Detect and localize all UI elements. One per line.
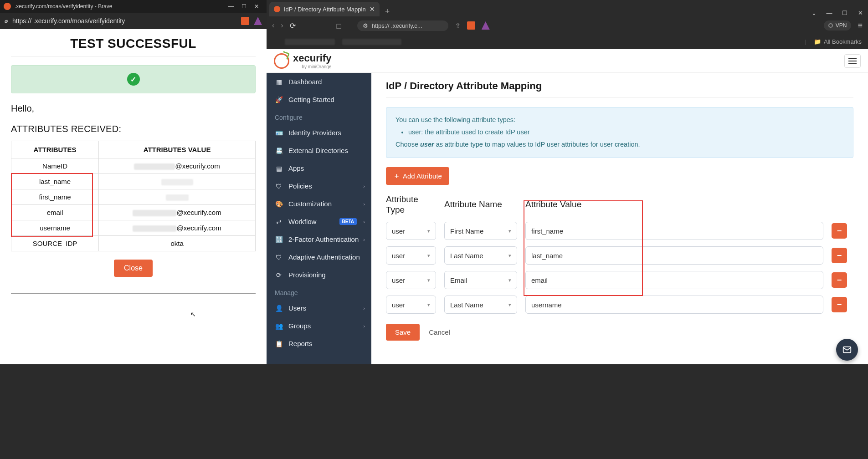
attr-name: NameID xyxy=(11,158,99,174)
chevron-down-icon: ▾ xyxy=(508,228,511,234)
attr-type-select[interactable]: user▾ xyxy=(386,246,436,265)
vpn-button[interactable]: VPN xyxy=(824,20,852,31)
minimize-button[interactable]: — xyxy=(822,10,837,16)
checkmark-icon: ✓ xyxy=(127,73,140,86)
attr-name-select[interactable]: Email▾ xyxy=(444,271,517,289)
extension-icon[interactable] xyxy=(482,21,490,30)
sidebar-item-policies[interactable]: 🛡Policies› xyxy=(267,177,371,195)
sidebar-item-workflow[interactable]: ⇄WorkflowBETA› xyxy=(267,213,371,230)
bookmarks-bar: | 📁All Bookmarks xyxy=(267,35,868,49)
right-toolbar: ‹ › ⟳ ◻ ⚙ https:// .xecurify.c... ⇪ VPN … xyxy=(267,16,868,35)
attr-name: SOURCE_IDP xyxy=(11,236,99,251)
attribute-grid: Attribute Type Attribute Name Attribute … xyxy=(386,194,853,314)
maximize-button[interactable]: ☐ xyxy=(237,3,250,10)
attr-value xyxy=(99,174,256,189)
tab-title: IdP / Directory Attribute Mappin xyxy=(284,6,366,13)
workflow-icon: ⇄ xyxy=(275,218,283,225)
site-identity-icon[interactable]: ⌀ xyxy=(5,18,8,24)
attr-type-select[interactable]: user▾ xyxy=(386,271,436,289)
close-button[interactable]: Close xyxy=(114,260,153,277)
table-row: last_name xyxy=(11,174,256,189)
attr-value-input[interactable] xyxy=(525,222,823,240)
brave-shield-icon[interactable] xyxy=(467,21,475,30)
forward-button[interactable]: › xyxy=(281,21,283,30)
remove-row-button[interactable]: − xyxy=(832,248,847,263)
bookmark-icon[interactable]: ◻ xyxy=(336,21,342,30)
left-address-bar: ⌀ https:// .xecurify.com/moas/verifyiden… xyxy=(0,13,267,29)
directory-icon: 📇 xyxy=(275,147,283,154)
menu-button[interactable]: ≡ xyxy=(858,21,863,31)
cancel-button[interactable]: Cancel xyxy=(429,328,450,336)
extension-icon[interactable] xyxy=(254,17,262,25)
table-row: username @xecurify.com xyxy=(11,220,256,236)
all-bookmarks-button[interactable]: 📁All Bookmarks xyxy=(814,38,862,45)
attr-name-select[interactable]: Last Name▾ xyxy=(444,246,517,265)
sidebar-item-reports[interactable]: 📋Reports xyxy=(267,335,371,352)
xecurify-logo[interactable]: xecurify by miniOrange xyxy=(274,52,331,69)
sidebar-item-customization[interactable]: 🎨Customization› xyxy=(267,195,371,213)
attr-value-input[interactable] xyxy=(525,246,823,265)
add-attribute-button[interactable]: ＋Add Attribute xyxy=(386,167,449,185)
logo-mark xyxy=(274,53,289,69)
attr-type-select[interactable]: user▾ xyxy=(386,222,436,240)
sidebar-item-groups[interactable]: 👥Groups› xyxy=(267,317,371,335)
sidebar-item-users[interactable]: 👤Users› xyxy=(267,299,371,317)
app-header: xecurify by miniOrange xyxy=(267,49,868,73)
divider xyxy=(386,97,853,98)
attr-name-select[interactable]: Last Name▾ xyxy=(444,296,517,314)
sidebar-item-2fa[interactable]: 🔢2-Factor Authentication› xyxy=(267,230,371,248)
th-attributes-value: ATTRIBUTES VALUE xyxy=(99,141,256,158)
url-text[interactable]: https:// .xecurify.com/moas/verifyidenti… xyxy=(12,17,236,25)
remove-row-button[interactable]: − xyxy=(832,272,847,288)
attr-value-input[interactable] xyxy=(525,296,823,314)
new-tab-button[interactable]: + xyxy=(385,7,390,16)
back-button[interactable]: ‹ xyxy=(272,21,274,30)
chat-fab-button[interactable] xyxy=(836,339,858,361)
chevron-down-icon: ▾ xyxy=(427,253,430,259)
attr-value-input[interactable] xyxy=(525,271,823,289)
share-icon[interactable]: ⇪ xyxy=(455,21,461,30)
table-row: first_name xyxy=(11,189,256,205)
url-bar[interactable]: ⚙ https:// .xecurify.c... xyxy=(357,20,448,31)
attr-type-select[interactable]: user▾ xyxy=(386,296,436,314)
brave-shield-icon[interactable] xyxy=(241,17,249,25)
attr-name-select[interactable]: First Name▾ xyxy=(444,222,517,240)
tab-search-button[interactable]: ⌄ xyxy=(806,10,822,16)
site-settings-icon[interactable]: ⚙ xyxy=(363,22,368,29)
chevron-down-icon: ▾ xyxy=(427,228,430,234)
maximize-button[interactable]: ☐ xyxy=(837,10,853,16)
tab-close-icon[interactable]: ✕ xyxy=(370,5,375,13)
sidebar-item-provisioning[interactable]: ⟳Provisioning xyxy=(267,266,371,284)
shield-icon: 🛡 xyxy=(275,183,283,190)
close-window-button[interactable]: ✕ xyxy=(853,10,868,16)
test-successful-heading: TEST SUCCESSFUL xyxy=(11,36,256,51)
remove-row-button[interactable]: − xyxy=(832,223,847,239)
minimize-button[interactable]: — xyxy=(225,3,237,10)
sidebar-item-apps[interactable]: ▤Apps xyxy=(267,159,371,177)
success-banner: ✓ xyxy=(11,65,256,93)
browser-tab[interactable]: IdP / Directory Attribute Mappin ✕ xyxy=(269,2,380,16)
hello-text: Hello, xyxy=(11,103,256,114)
bookmark-item[interactable] xyxy=(285,39,335,45)
table-header-row: ATTRIBUTES ATTRIBUTES VALUE xyxy=(11,141,256,158)
close-window-button[interactable]: ✕ xyxy=(250,3,263,10)
sidebar-item-getting-started[interactable]: 🚀Getting Started xyxy=(267,91,371,108)
chevron-down-icon: ▾ xyxy=(508,253,511,259)
bookmark-item[interactable] xyxy=(342,39,401,45)
chevron-right-icon: › xyxy=(363,237,365,242)
main-content: IdP / Directory Attribute Mapping You ca… xyxy=(371,49,868,364)
save-button[interactable]: Save xyxy=(386,324,420,341)
attr-value: @xecurify.com xyxy=(99,220,256,236)
right-tabbar: IdP / Directory Attribute Mappin ✕ + ⌄ —… xyxy=(267,0,868,16)
hamburger-menu-button[interactable] xyxy=(844,54,861,68)
plus-icon: ＋ xyxy=(393,172,400,180)
reload-button[interactable]: ⟳ xyxy=(290,21,296,30)
sidebar-item-adaptive-auth[interactable]: 🛡Adaptive Authentication xyxy=(267,248,371,266)
sidebar-item-dashboard[interactable]: ▦Dashboard xyxy=(267,73,371,91)
remove-row-button[interactable]: − xyxy=(832,297,847,312)
attributes-table: ATTRIBUTES ATTRIBUTES VALUE NameID @xecu… xyxy=(11,141,256,251)
chevron-down-icon: ▾ xyxy=(508,277,511,283)
sidebar-item-external-directories[interactable]: 📇External Directories xyxy=(267,142,371,159)
sidebar-item-identity-providers[interactable]: 🪪Identity Providers xyxy=(267,124,371,142)
table-row: SOURCE_IDP okta xyxy=(11,236,256,251)
